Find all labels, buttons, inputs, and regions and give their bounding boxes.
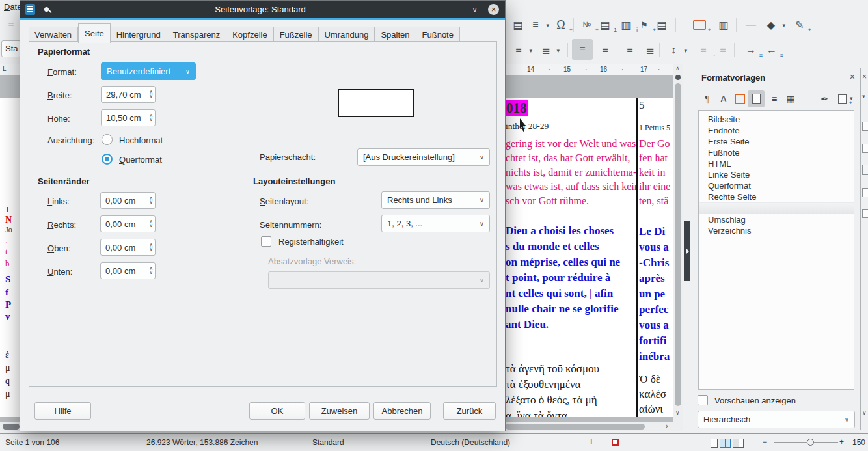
frame-styles-icon[interactable] — [733, 92, 747, 106]
spinner-arrows-icon[interactable]: ∧∨ — [149, 90, 153, 98]
page-count-icon[interactable]: ▥i — [617, 16, 634, 33]
align-right-icon[interactable]: ≡ — [621, 42, 638, 59]
selection-mode-icon[interactable]: I — [590, 437, 592, 446]
dialog-titlebar[interactable]: Seitenvorlage: Standard ∨ × — [20, 1, 505, 18]
justify-icon[interactable]: ≣ — [642, 42, 658, 59]
breite-spinbox[interactable]: 29,70 cm ∧∨ — [101, 86, 156, 103]
menu-arrow-icon[interactable]: ▾ — [862, 93, 865, 100]
book-view-icon[interactable] — [733, 439, 744, 448]
style-item[interactable]: Umschlag — [708, 215, 746, 225]
horizontal-scrollbar-thumb[interactable] — [506, 424, 645, 430]
style-item[interactable]: Erste Seite — [708, 137, 750, 146]
shade-icon[interactable]: ∨ — [472, 5, 478, 14]
seitennummern-dropdown[interactable]: 1, 2, 3, ... ∨ — [381, 215, 490, 232]
oben-spinbox[interactable]: 0,00 cm ∧∨ — [100, 239, 156, 256]
text-column-right[interactable]: 5 1.Petrus 5 Der Go fen hat keit in ihr … — [639, 98, 673, 417]
cross-reference-icon[interactable]: ▤ — [653, 16, 670, 33]
space-above-paragraph-icon[interactable]: ≡· — [695, 42, 712, 59]
zoom-percent[interactable]: 150 — [852, 438, 865, 447]
paragraph-style-combo[interactable]: Sta — [1, 40, 21, 57]
unordered-list-icon[interactable]: ≡▾ — [510, 42, 527, 59]
sidebar-toggle-button[interactable] — [684, 221, 690, 281]
close-icon[interactable]: × — [862, 72, 867, 81]
format-dropdown[interactable]: Benutzerdefiniert ∨ — [101, 62, 196, 80]
scroll-right-icon[interactable]: › — [666, 422, 668, 430]
spinner-arrows-icon[interactable]: ∧∨ — [149, 243, 153, 251]
show-previews-checkbox[interactable] — [698, 395, 708, 405]
line-spacing-icon[interactable]: ↕▾ — [665, 42, 682, 59]
track-changes-icon[interactable]: ▥ — [715, 16, 732, 33]
insert-field-icon[interactable]: №+ — [578, 16, 595, 33]
unten-spinbox[interactable]: 0,00 cm ∧∨ — [100, 262, 156, 279]
ok-button[interactable]: OK — [249, 402, 305, 420]
statusbar-word-count[interactable]: 26.923 Wörter, 153.886 Zeichen — [146, 438, 258, 447]
scroll-up-icon[interactable]: ∧ — [675, 65, 680, 72]
insert-comment-icon[interactable]: + — [691, 16, 708, 33]
zuweisen-button[interactable]: Zuweisen — [309, 402, 370, 420]
spinner-arrows-icon[interactable]: ∧∨ — [149, 197, 153, 204]
zoom-in-icon[interactable]: + — [839, 437, 844, 446]
left-page-sliver[interactable]: 1 N Jo . t b S f P v ἐ μ q μ — [0, 195, 20, 412]
horizontal-line-icon[interactable]: — — [742, 16, 759, 33]
querformat-radio[interactable] — [102, 154, 113, 165]
page-styles-icon[interactable] — [749, 92, 763, 106]
hochformat-radio[interactable] — [102, 134, 113, 145]
statusbar-language[interactable]: Deutsch (Deutschland) — [431, 438, 510, 447]
zoom-slider-handle[interactable] — [807, 439, 814, 446]
spinner-arrows-icon[interactable]: ∧∨ — [149, 267, 153, 275]
single-page-view-icon[interactable] — [711, 439, 718, 448]
close-icon[interactable]: × — [488, 4, 499, 15]
decrease-indent-icon[interactable]: ←≡ — [763, 42, 780, 59]
style-item[interactable]: Bildseite — [708, 115, 740, 124]
hoehe-spinbox[interactable]: 10,50 cm ∧∨ — [101, 109, 156, 126]
align-left-icon[interactable]: ≡ — [574, 41, 591, 58]
vertical-scrollbar[interactable]: ∧ ∨ — [673, 64, 683, 422]
scroll-down-icon[interactable]: ∨ — [675, 409, 680, 416]
fill-format-icon[interactable]: ✒ — [817, 92, 832, 106]
list-styles-icon[interactable]: ≡ — [767, 92, 781, 106]
abbrechen-button[interactable]: Abbrechen — [373, 402, 431, 420]
close-icon[interactable]: × — [850, 72, 855, 82]
statusbar-page-style[interactable]: Standard — [312, 438, 344, 447]
update-style-icon[interactable]: ≡ — [3, 17, 20, 34]
style-item-selected[interactable] — [699, 202, 854, 214]
style-filter-dropdown[interactable]: Hierarchisch ∨ — [698, 411, 855, 428]
document-modified-icon[interactable] — [612, 439, 619, 446]
style-item[interactable]: Fußnote — [708, 148, 739, 157]
freeform-line-icon[interactable]: ✎+ — [791, 16, 808, 33]
zoom-slider-track[interactable] — [774, 442, 838, 443]
page-number-icon[interactable]: ▤1 — [597, 16, 614, 33]
sidebar-splitter[interactable] — [683, 64, 692, 431]
rechts-spinbox[interactable]: 0,00 cm ∧∨ — [100, 215, 156, 232]
bookmark-icon[interactable]: ⚑+ — [636, 16, 653, 33]
zoom-out-icon[interactable]: − — [763, 437, 767, 446]
paragraph-format-icon[interactable]: ≡▾ — [527, 16, 544, 33]
text-column-left[interactable]: 018 inther 28-29 gering ist vor der Welt… — [506, 98, 636, 417]
styles-list[interactable]: Bildseite Endnote Erste Seite Fußnote HT… — [698, 110, 854, 390]
spinner-arrows-icon[interactable]: ∧∨ — [149, 220, 153, 228]
ruler-margin-marker[interactable] — [638, 64, 638, 75]
split-view-handle[interactable] — [675, 75, 681, 80]
style-item[interactable]: Querformat — [708, 181, 751, 191]
seitenlayout-dropdown[interactable]: Rechts und Links ∨ — [381, 191, 490, 209]
papierschacht-dropdown[interactable]: [Aus Druckereinstellung] ∨ — [357, 148, 490, 166]
vertical-scrollbar-thumb[interactable] — [675, 83, 681, 406]
dropdown-arrow-icon[interactable]: ▾ — [546, 22, 549, 29]
basic-shapes-icon[interactable]: ◆▾ — [763, 16, 780, 33]
links-spinbox[interactable]: 0,00 cm ∧∨ — [100, 192, 156, 209]
special-character-icon[interactable]: Ω+ — [552, 16, 569, 33]
style-item[interactable]: HTML — [708, 159, 731, 169]
zurueck-button[interactable]: Zurück — [443, 402, 496, 420]
style-item[interactable]: Rechte Seite — [708, 192, 756, 202]
new-style-icon[interactable]: + — [835, 92, 849, 106]
table-styles-icon[interactable]: ▦ — [783, 92, 798, 106]
style-item[interactable]: Linke Seite — [708, 170, 750, 180]
paragraph-styles-icon[interactable]: ¶ — [700, 92, 714, 106]
tab-stop-selector[interactable]: L — [3, 65, 7, 72]
multi-page-view-icon2[interactable] — [725, 439, 731, 448]
increase-indent-icon[interactable]: →≡ — [742, 42, 759, 59]
new-style-menu-arrow-icon[interactable]: ▾ — [850, 95, 853, 102]
align-center-icon[interactable]: ≡ — [597, 42, 614, 59]
registerhaltigkeit-checkbox[interactable] — [261, 236, 271, 247]
chevron-down-icon[interactable]: ∨ — [862, 409, 867, 416]
